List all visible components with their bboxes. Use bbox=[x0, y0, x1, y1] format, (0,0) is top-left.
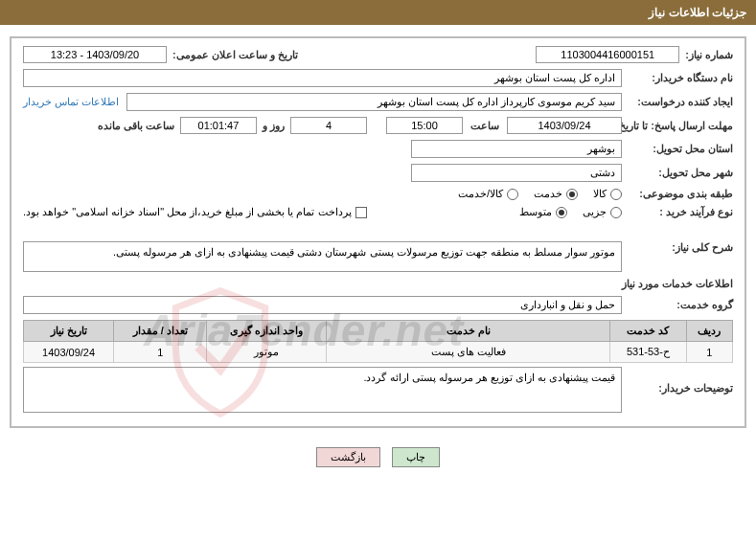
province-value: بوشهر bbox=[411, 140, 622, 158]
buyer-contact-link[interactable]: اطلاعات تماس خریدار bbox=[23, 96, 119, 108]
th-code: کد خدمت bbox=[610, 321, 686, 342]
time-remaining-value: 01:01:47 bbox=[180, 117, 257, 134]
header-title: جزئیات اطلاعات نیاز bbox=[649, 6, 746, 19]
need-number-label: شماره نیاز: bbox=[685, 49, 733, 61]
buyer-notes-label: توضیحات خریدار: bbox=[628, 367, 733, 395]
radio-medium[interactable]: متوسط bbox=[519, 206, 567, 218]
province-label: استان محل تحویل: bbox=[628, 143, 733, 155]
purchase-type-label: نوع فرآیند خرید : bbox=[628, 206, 733, 218]
th-unit: واحد اندازه گیری bbox=[207, 321, 327, 342]
buyer-org-value: اداره کل پست استان بوشهر bbox=[23, 69, 622, 87]
service-info-title: اطلاعات خدمات مورد نیاز bbox=[23, 278, 733, 290]
treasury-checkbox[interactable] bbox=[355, 207, 367, 218]
treasury-label: پرداخت تمام یا بخشی از مبلغ خرید،از محل … bbox=[23, 206, 352, 218]
description-label: شرح کلی نیاز: bbox=[628, 241, 733, 254]
radio-icon bbox=[610, 189, 622, 200]
th-name: نام خدمت bbox=[327, 321, 610, 342]
cell-name: فعالیت های پست bbox=[327, 342, 610, 363]
deadline-time-value: 15:00 bbox=[386, 117, 463, 134]
th-qty: تعداد / مقدار bbox=[114, 321, 207, 342]
city-label: شهر محل تحویل: bbox=[628, 167, 733, 179]
creator-label: ایجاد کننده درخواست: bbox=[628, 96, 733, 108]
radio-minor[interactable]: جزیی bbox=[583, 206, 622, 218]
creator-value: سید کریم موسوی کارپرداز اداره کل پست است… bbox=[126, 93, 622, 111]
deadline-label: مهلت ارسال پاسخ: تا تاریخ: bbox=[628, 120, 733, 132]
announce-date-label: تاریخ و ساعت اعلان عمومی: bbox=[172, 49, 298, 61]
main-info-panel: شماره نیاز: 1103004416000151 تاریخ و ساع… bbox=[10, 36, 746, 428]
table-row: 1 ح-53-531 فعالیت های پست موتور 1 1403/0… bbox=[24, 342, 733, 363]
radio-icon bbox=[556, 207, 567, 218]
radio-icon bbox=[566, 189, 578, 200]
print-button[interactable]: چاپ bbox=[392, 447, 440, 467]
back-button[interactable]: بازگشت bbox=[316, 447, 380, 467]
radio-service[interactable]: خدمت bbox=[534, 188, 578, 200]
radio-icon bbox=[610, 207, 622, 218]
remaining-label: ساعت باقی مانده bbox=[98, 120, 174, 132]
cell-unit: موتور bbox=[207, 342, 327, 363]
panel-header: جزئیات اطلاعات نیاز bbox=[0, 0, 756, 25]
service-group-label: گروه خدمت: bbox=[628, 299, 733, 311]
need-number-value: 1103004416000151 bbox=[536, 46, 679, 63]
deadline-date-value: 1403/09/24 bbox=[507, 117, 622, 134]
city-value: دشتی bbox=[411, 164, 622, 182]
time-word-label: ساعت bbox=[470, 120, 499, 132]
announce-date-value: 1403/09/20 - 13:23 bbox=[23, 46, 167, 63]
radio-icon bbox=[507, 189, 518, 200]
buyer-org-label: نام دستگاه خریدار: bbox=[628, 72, 733, 84]
cell-qty: 1 bbox=[114, 342, 207, 363]
cell-date: 1403/09/24 bbox=[24, 342, 114, 363]
services-table: ردیف کد خدمت نام خدمت واحد اندازه گیری ت… bbox=[23, 320, 733, 363]
cell-row: 1 bbox=[686, 342, 732, 363]
cell-code: ح-53-531 bbox=[610, 342, 686, 363]
th-row: ردیف bbox=[686, 321, 732, 342]
description-value: موتور سوار مسلط به منطقه جهت توزیع مرسول… bbox=[23, 241, 622, 272]
category-label: طبقه بندی موضوعی: bbox=[628, 188, 733, 200]
service-group-value: حمل و نقل و انبارداری bbox=[23, 296, 622, 314]
radio-both[interactable]: کالا/خدمت bbox=[458, 188, 518, 200]
days-remaining-value: 4 bbox=[290, 117, 367, 134]
th-date: تاریخ نیاز bbox=[24, 321, 114, 342]
radio-goods[interactable]: کالا bbox=[593, 188, 622, 200]
buyer-notes-value: قیمت پیشنهادی به ازای توزیع هر مرسوله پس… bbox=[23, 367, 622, 413]
days-and-label: روز و bbox=[263, 120, 285, 132]
